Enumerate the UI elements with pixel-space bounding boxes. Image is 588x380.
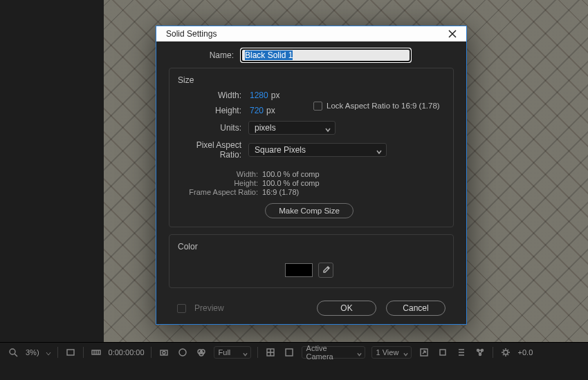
preview-checkbox[interactable] <box>177 304 186 313</box>
timeline-icon[interactable] <box>474 346 486 359</box>
guides-icon[interactable] <box>283 346 295 359</box>
height-label: Height: <box>174 106 248 115</box>
camera-select[interactable]: Active Camera <box>302 346 365 359</box>
dialog-title: Solid Settings <box>166 29 445 39</box>
exposure-readout[interactable]: +0.0 <box>518 348 533 357</box>
divider <box>57 347 58 358</box>
chevron-down-icon <box>357 350 362 355</box>
info-width-label: Width: <box>174 170 262 178</box>
svg-rect-1 <box>67 350 74 355</box>
svg-rect-12 <box>440 350 445 355</box>
chevron-down-icon <box>325 125 331 131</box>
views-value: 1 View <box>376 348 399 357</box>
exposure-icon[interactable] <box>499 346 512 359</box>
fast-previews-icon[interactable] <box>455 346 468 359</box>
par-select[interactable]: Square Pixels <box>248 143 387 157</box>
divider <box>151 347 151 358</box>
height-unit: px <box>264 106 275 115</box>
quality-value: Full <box>219 348 231 357</box>
dialog-body: Name: Size Width: 1280 px Height: <box>156 41 466 324</box>
channel-icon[interactable] <box>176 346 189 359</box>
chevron-down-icon <box>376 147 382 153</box>
units-label: Units: <box>174 123 248 133</box>
chevron-down-icon <box>243 350 248 355</box>
dialog-titlebar: Solid Settings <box>156 26 466 41</box>
width-unit: px <box>268 91 280 100</box>
ok-button[interactable]: OK <box>317 301 376 316</box>
name-input[interactable] <box>241 48 411 62</box>
dialog-footer: Preview OK Cancel <box>166 295 457 324</box>
info-width-value: 100.0 % of comp <box>262 170 320 178</box>
preview-label: Preview <box>194 303 224 313</box>
snapshot-icon[interactable] <box>158 346 170 359</box>
chevron-down-icon <box>403 350 408 355</box>
lock-aspect-label: Lock Aspect Ratio to 16:9 (1.78) <box>327 102 440 110</box>
viewer-toolbar: 3%) 0:00:00:00 Full Active Camera <box>0 342 588 380</box>
units-select[interactable]: pixels <box>248 121 336 135</box>
magnify-icon[interactable] <box>7 346 19 359</box>
grid-icon[interactable] <box>264 346 277 359</box>
info-height-label: Height: <box>174 179 262 187</box>
color-swatch[interactable] <box>285 263 313 277</box>
info-far-label: Frame Aspect Ratio: <box>174 188 262 196</box>
preview-toggle[interactable]: Preview <box>177 303 224 313</box>
units-value: pixels <box>255 123 276 133</box>
svg-point-4 <box>163 352 165 354</box>
pixel-aspect-icon[interactable] <box>437 346 449 359</box>
color-mgmt-icon[interactable] <box>195 346 208 359</box>
cancel-button[interactable]: Cancel <box>386 301 445 316</box>
lock-aspect-checkbox[interactable] <box>313 102 322 111</box>
views-select[interactable]: 1 View <box>371 346 412 359</box>
par-value: Square Pixels <box>255 145 306 155</box>
name-row: Name: <box>166 48 457 62</box>
size-group: Size Width: 1280 px Height: 720 px <box>169 68 454 227</box>
eyedropper-icon[interactable] <box>318 263 333 278</box>
solid-settings-dialog: Solid Settings Name: Size Width: 1280 <box>156 26 467 325</box>
share-view-icon[interactable] <box>418 346 430 359</box>
chevron-down-icon[interactable] <box>46 350 51 355</box>
svg-rect-10 <box>286 349 293 356</box>
zoom-readout[interactable]: 3%) <box>26 348 39 357</box>
info-height-value: 100.0 % of comp <box>262 179 320 187</box>
timecode-icon[interactable] <box>90 346 102 359</box>
svg-point-16 <box>504 350 508 354</box>
info-far-value: 16:9 (1.78) <box>262 188 299 196</box>
quality-select[interactable]: Full <box>214 346 251 359</box>
color-group-title: Color <box>174 242 445 257</box>
resolution-icon[interactable] <box>64 346 77 359</box>
par-label: Pixel Aspect Ratio: <box>174 140 248 160</box>
timecode-readout[interactable]: 0:00:00:00 <box>109 348 145 357</box>
divider <box>257 347 258 358</box>
height-value[interactable]: 720 <box>248 106 264 115</box>
make-comp-size-button[interactable]: Make Comp Size <box>265 203 353 218</box>
size-group-title: Size <box>174 75 445 91</box>
svg-point-0 <box>10 349 15 354</box>
app-root: Solid Settings Name: Size Width: 1280 <box>0 0 588 380</box>
divider <box>83 347 84 358</box>
color-group: Color <box>169 234 454 288</box>
name-label: Name: <box>166 50 241 60</box>
svg-point-5 <box>179 349 186 356</box>
camera-value: Active Camera <box>306 344 353 361</box>
close-icon[interactable] <box>445 27 459 41</box>
divider <box>493 347 493 358</box>
width-value[interactable]: 1280 <box>248 91 268 100</box>
width-label: Width: <box>174 91 248 100</box>
left-panel <box>0 0 104 342</box>
